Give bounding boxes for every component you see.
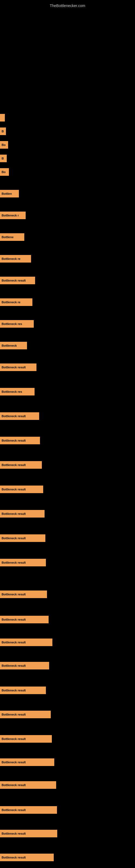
bar-label-8: Bottlene — [2, 236, 13, 239]
bar-item: Bottleneck result — [0, 590, 47, 598]
bottleneck-bar-21: Bottleneck result — [0, 534, 45, 542]
bar-item: Bottleneck re — [0, 299, 32, 306]
bottleneck-bar-17: Bottleneck result — [0, 437, 40, 444]
bar-label-28: Bottleneck result — [2, 713, 26, 716]
bar-label-30: Bottleneck result — [2, 761, 26, 764]
bottleneck-bar-10: Bottleneck result — [0, 277, 35, 284]
bottleneck-bar-29: Bottleneck result — [0, 735, 52, 743]
bar-item: Bottleneck result — [0, 559, 46, 566]
bottleneck-bar-33: Bottleneck result — [0, 830, 57, 837]
bar-label-11: Bottleneck re — [2, 301, 20, 304]
bar-label-4: B — [2, 157, 4, 160]
bar-label-24: Bottleneck result — [2, 618, 26, 621]
bar-item: Bottlene — [0, 233, 24, 241]
bar-label-23: Bottleneck result — [2, 593, 26, 596]
bar-item: Bottleneck result — [0, 781, 56, 789]
bar-label-17: Bottleneck result — [2, 439, 26, 442]
bar-label-16: Bottleneck result — [2, 414, 26, 418]
bar-label-6: Bottlen — [2, 192, 12, 195]
bottleneck-bar-22: Bottleneck result — [0, 559, 46, 566]
bottleneck-bar-25: Bottleneck result — [0, 639, 52, 646]
bar-item: Bottleneck res — [0, 388, 35, 396]
bottleneck-bar-8: Bottlene — [0, 233, 24, 241]
bar-label-22: Bottleneck result — [2, 561, 26, 564]
bar-label-9: Bottleneck re — [2, 257, 20, 260]
bottleneck-bar-24: Bottleneck result — [0, 616, 49, 623]
bottleneck-bar-32: Bottleneck result — [0, 806, 57, 814]
bar-item: Bottleneck result — [0, 412, 39, 420]
bottleneck-bar-27: Bottleneck result — [0, 686, 46, 694]
bar-item: Bottleneck re — [0, 255, 31, 262]
bar-label-10: Bottleneck result — [2, 279, 26, 282]
bottleneck-bar-11: Bottleneck re — [0, 299, 32, 306]
bar-item: Bottleneck result — [0, 854, 54, 861]
bar-label-19: Bottleneck result — [2, 488, 26, 491]
bar-item: Bottleneck — [0, 342, 27, 349]
bar-label-14: Bottleneck result — [2, 366, 26, 369]
bar-item: Bottleneck result — [0, 758, 54, 766]
bar-item: Bottleneck result — [0, 806, 57, 814]
bar-label-34: Bottleneck result — [2, 856, 26, 859]
bar-label-15: Bottleneck res — [2, 390, 22, 393]
bottleneck-bar-3: Bo — [0, 141, 8, 149]
bottleneck-bar-4: B — [0, 155, 7, 162]
bar-item: Bo — [0, 168, 9, 176]
bar-label-3: Bo — [2, 143, 6, 147]
bottleneck-bar-5: Bo — [0, 168, 9, 176]
bottleneck-bar-1 — [0, 114, 5, 122]
bottleneck-bar-7: Bottleneck r — [0, 212, 26, 219]
bar-item: Bottleneck result — [0, 735, 52, 743]
bar-label-27: Bottleneck result — [2, 689, 26, 692]
bar-label-29: Bottleneck result — [2, 737, 26, 741]
bar-item: Bottleneck result — [0, 662, 49, 670]
bar-label-33: Bottleneck result — [2, 832, 26, 835]
bar-label-21: Bottleneck result — [2, 536, 26, 540]
bar-item: Bottleneck result — [0, 711, 51, 718]
bottleneck-bar-6: Bottlen — [0, 190, 19, 197]
bottleneck-bar-19: Bottleneck result — [0, 486, 43, 493]
bar-item: Bottleneck result — [0, 639, 52, 646]
bottleneck-bar-18: Bottleneck result — [0, 461, 42, 469]
bar-label-25: Bottleneck result — [2, 641, 26, 644]
bar-item: Bottleneck result — [0, 616, 49, 623]
bottleneck-bar-14: Bottleneck result — [0, 364, 37, 371]
bar-item: Bottleneck result — [0, 437, 40, 444]
bar-item: Bottleneck result — [0, 510, 45, 518]
bottleneck-bar-34: Bottleneck result — [0, 854, 54, 861]
bar-item: Bottleneck result — [0, 534, 45, 542]
bar-label-18: Bottleneck result — [2, 463, 26, 467]
bar-item: Bottleneck result — [0, 686, 46, 694]
bottleneck-bar-28: Bottleneck result — [0, 711, 51, 718]
bar-item: B — [0, 127, 6, 135]
bar-item: Bottleneck result — [0, 364, 37, 371]
bar-item: Bo — [0, 141, 8, 149]
bar-item: Bottleneck res — [0, 320, 34, 328]
bar-item: Bottleneck result — [0, 486, 43, 493]
bar-label-5: Bo — [2, 170, 6, 174]
bar-label-26: Bottleneck result — [2, 664, 26, 667]
bar-item: Bottleneck result — [0, 830, 57, 837]
bar-item: Bottleneck result — [0, 461, 42, 469]
bottleneck-bar-23: Bottleneck result — [0, 590, 47, 598]
bottleneck-bar-30: Bottleneck result — [0, 758, 54, 766]
bottleneck-bar-15: Bottleneck res — [0, 388, 35, 396]
bar-label-12: Bottleneck res — [2, 322, 22, 326]
bar-item — [0, 114, 5, 122]
bar-item: Bottleneck result — [0, 277, 35, 284]
bottleneck-bar-20: Bottleneck result — [0, 510, 45, 518]
bar-label-32: Bottleneck result — [2, 808, 26, 812]
bottleneck-bar-16: Bottleneck result — [0, 412, 39, 420]
bar-label-20: Bottleneck result — [2, 512, 26, 516]
bar-label-13: Bottleneck — [2, 344, 17, 347]
bar-label-31: Bottleneck result — [2, 783, 26, 786]
bottleneck-bar-2: B — [0, 127, 6, 135]
bar-item: Bottlen — [0, 190, 19, 197]
bottleneck-bar-26: Bottleneck result — [0, 662, 49, 670]
bottleneck-bar-12: Bottleneck res — [0, 320, 34, 328]
bar-label-2: B — [2, 130, 4, 133]
bar-item: Bottleneck r — [0, 212, 26, 219]
bottleneck-bar-13: Bottleneck — [0, 342, 27, 349]
bar-label-7: Bottleneck r — [2, 214, 19, 217]
bottleneck-bar-9: Bottleneck re — [0, 255, 31, 262]
bar-item: B — [0, 155, 7, 162]
